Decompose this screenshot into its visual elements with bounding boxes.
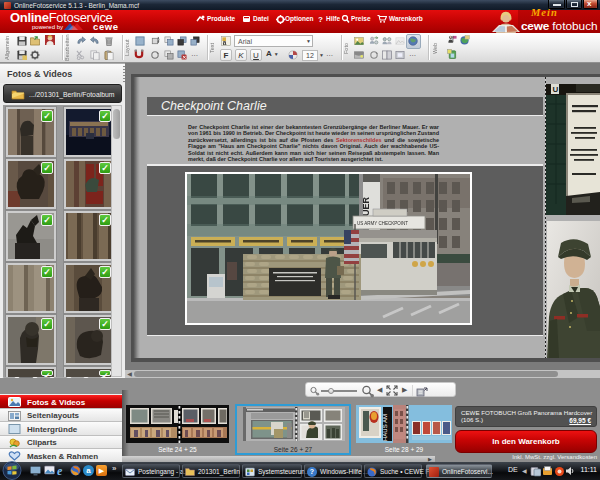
svg-text:U: U [553,85,559,94]
svg-text:HAUS AM: HAUS AM [382,414,388,441]
svg-text:a: a [223,39,227,46]
